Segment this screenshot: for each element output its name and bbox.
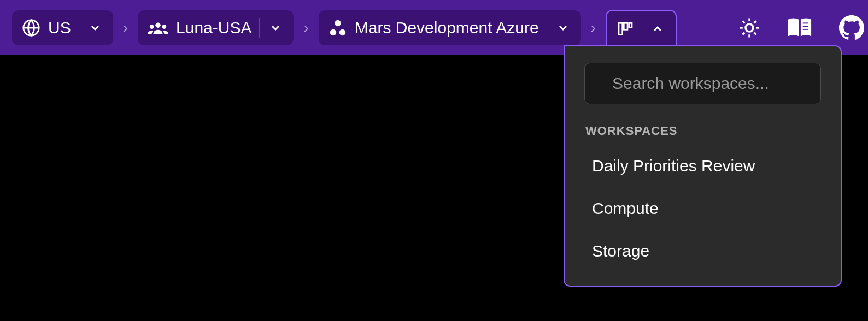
- svg-rect-10: [629, 23, 632, 27]
- region-dropdown-toggle[interactable]: [87, 10, 103, 45]
- breadcrumb-region[interactable]: US: [12, 10, 113, 45]
- breadcrumb-env-label: Mars Development Azure: [355, 19, 539, 37]
- org-dropdown-toggle[interactable]: [267, 10, 284, 45]
- workspace-search-input[interactable]: [612, 74, 820, 93]
- workspace-dropdown-panel: WORKSPACES Daily Priorities Review Compu…: [564, 45, 842, 287]
- workspace-grid-icon: [617, 20, 634, 38]
- toolbar-right: [738, 15, 859, 41]
- svg-rect-9: [624, 23, 627, 29]
- github-icon: [838, 15, 865, 41]
- svg-point-3: [150, 25, 154, 29]
- workspace-section-label: WORKSPACES: [585, 124, 821, 138]
- people-icon: [148, 20, 168, 35]
- workspace-selector-button[interactable]: [606, 10, 677, 47]
- svg-point-11: [746, 24, 753, 32]
- divider: [547, 18, 547, 38]
- svg-line-16: [743, 21, 745, 23]
- hierarchy-icon: [329, 19, 347, 37]
- globe-icon: [22, 19, 40, 37]
- svg-line-17: [754, 32, 756, 34]
- book-icon: [787, 17, 812, 39]
- breadcrumb-separator: ›: [120, 19, 131, 37]
- breadcrumb-separator: ›: [588, 19, 599, 37]
- chevron-down-icon: [269, 21, 282, 34]
- workspace-item[interactable]: Storage: [584, 230, 821, 272]
- github-link[interactable]: [838, 15, 865, 41]
- svg-point-4: [162, 25, 167, 29]
- svg-rect-8: [619, 23, 623, 34]
- svg-line-19: [754, 21, 756, 23]
- svg-rect-21: [803, 26, 808, 27]
- divider: [79, 18, 79, 38]
- workspace-item[interactable]: Compute: [584, 187, 821, 230]
- svg-line-18: [743, 32, 745, 34]
- svg-point-5: [335, 20, 341, 26]
- breadcrumb-org-label: Luna-USA: [176, 19, 251, 37]
- theme-toggle[interactable]: [738, 16, 761, 39]
- docs-link[interactable]: [787, 17, 812, 39]
- chevron-down-icon: [89, 21, 102, 34]
- env-dropdown-toggle[interactable]: [555, 10, 571, 45]
- svg-rect-22: [803, 28, 808, 29]
- breadcrumb-separator: ›: [300, 19, 312, 37]
- breadcrumb-region-label: US: [48, 19, 71, 37]
- sun-icon: [738, 16, 761, 39]
- divider: [259, 18, 260, 38]
- breadcrumb-org[interactable]: Luna-USA: [138, 10, 294, 45]
- workspace-dropdown-toggle[interactable]: [649, 11, 666, 46]
- svg-point-2: [155, 22, 161, 28]
- svg-point-6: [330, 29, 336, 35]
- chevron-up-icon: [651, 22, 664, 35]
- chevron-down-icon: [556, 21, 570, 34]
- svg-rect-20: [803, 22, 808, 23]
- workspace-search-box[interactable]: [584, 63, 821, 104]
- svg-point-7: [339, 29, 345, 35]
- workspace-item[interactable]: Daily Priorities Review: [584, 145, 821, 187]
- breadcrumb-env[interactable]: Mars Development Azure: [319, 10, 581, 45]
